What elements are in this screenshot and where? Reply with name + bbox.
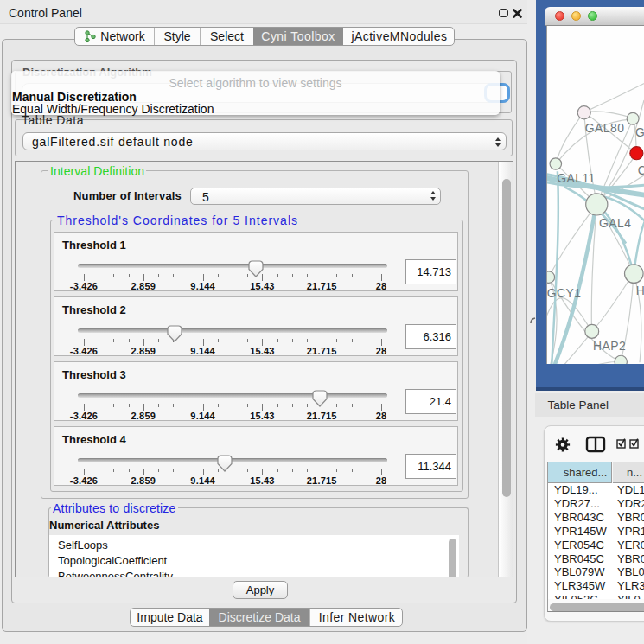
- svg-text:H: H: [636, 284, 644, 297]
- svg-text:GAL80: GAL80: [585, 121, 625, 135]
- svg-text:GAL4: GAL4: [599, 216, 631, 230]
- svg-text:GAL11: GAL11: [557, 171, 596, 185]
- svg-text:GAL1: GAL1: [635, 125, 644, 139]
- svg-text:HAP2: HAP2: [593, 339, 626, 353]
- svg-text:C: C: [638, 163, 644, 177]
- svg-text:GCY1: GCY1: [547, 286, 582, 300]
